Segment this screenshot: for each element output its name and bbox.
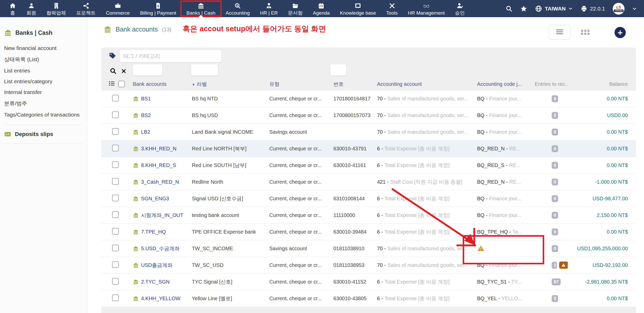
nav-item-projects[interactable]: 프로젝트 <box>71 0 101 17</box>
row-checkbox[interactable] <box>112 161 119 168</box>
column-header-label: Entries to rec... <box>535 81 568 87</box>
nav-item-home[interactable]: 홈 <box>4 0 21 17</box>
nav-item-agenda[interactable]: Agenda <box>308 0 335 17</box>
search-filter-icon[interactable] <box>110 67 117 76</box>
column-header-7[interactable]: Entries to rec... <box>535 81 568 87</box>
row-checkbox[interactable] <box>112 261 119 268</box>
nav-item-knowledge[interactable]: Knowledge base <box>335 0 381 17</box>
accounting-code: BQ - <box>477 212 488 218</box>
clear-filter-icon[interactable] <box>121 68 127 75</box>
bank-account-link[interactable]: 4.KHH_YELLOW <box>133 296 192 301</box>
column-header-2[interactable]: ▼라벨 <box>192 81 269 88</box>
nav-item-approval[interactable]: 승인 <box>450 0 470 17</box>
sidebar-item-6[interactable]: 분류/범주 <box>4 98 83 109</box>
sidebar-divider <box>4 125 83 125</box>
bank-account-name: 4.KHH_YELLOW <box>141 296 180 301</box>
nav-item-accounting[interactable]: $Accounting <box>221 0 255 17</box>
page-title[interactable]: Bank accounts <box>116 26 158 33</box>
bank-account-link[interactable]: BS1 <box>133 96 192 102</box>
sidebar-item-5[interactable]: Internal transfer <box>4 87 83 98</box>
printer-icon <box>580 5 588 12</box>
bank-account-link[interactable]: 7.TPE_HQ <box>133 229 192 235</box>
row-checkbox[interactable] <box>112 228 119 235</box>
row-checkbox[interactable] <box>112 278 119 285</box>
account-number: 630010-41161 <box>333 162 377 168</box>
topnav-items: 홈회원협력업체프로젝트Commerce$Billing | PaymentBan… <box>4 0 470 17</box>
select-all-checkbox[interactable] <box>118 81 125 87</box>
table-row: 5.USD_수금계좌TW_SC_INCOMESavings account018… <box>101 240 636 257</box>
filter-bank-accounts-input[interactable] <box>133 64 162 76</box>
account-label: Red Line NORTH [북부] <box>192 145 269 152</box>
entries-count-badge: 0 <box>552 112 558 119</box>
sidebar-item-2[interactable]: 상태목록 (List) <box>4 54 83 65</box>
grid-view-button[interactable] <box>580 28 591 38</box>
bank-account-link[interactable]: 2.TYC_SGN <box>133 279 192 285</box>
account-type: Current, cheque or cr... <box>269 146 333 152</box>
bank-account-link[interactable]: 3_Cash_RED_N <box>133 179 192 185</box>
sidebar-item-7[interactable]: Tags/Categories of transactions <box>4 109 83 120</box>
column-header-1[interactable]: Bank accounts <box>133 81 192 87</box>
accounting-code-cell: BQ -Finance jour... <box>477 96 535 102</box>
region-selector[interactable]: TAIWAN <box>535 5 572 12</box>
column-header-6[interactable]: Accounting code j... <box>477 81 535 87</box>
row-checkbox[interactable] <box>112 245 119 251</box>
nav-item-billing[interactable]: $Billing | Payment <box>135 0 181 17</box>
user-menu-chevron-icon[interactable] <box>632 6 637 11</box>
nav-item-members[interactable]: 회원 <box>21 0 41 17</box>
accounting-code-cell: BQ -Finance jour... <box>477 212 535 218</box>
bank-icon <box>133 96 139 102</box>
balance-value: 0.00 NT$ <box>568 162 636 168</box>
entries-cell: 0 <box>535 129 568 135</box>
row-checkbox[interactable] <box>112 111 119 118</box>
row-checkbox[interactable] <box>112 128 119 135</box>
column-header-3[interactable]: 유형 <box>269 81 333 88</box>
bank-account-name: 8.KHH_RED_S <box>141 162 176 168</box>
sidebar-item-4[interactable]: List entries/category <box>4 76 83 87</box>
row-checkbox[interactable] <box>112 178 119 185</box>
nav-item-glasses[interactable]: HR Management <box>403 0 450 17</box>
row-checkbox[interactable] <box>112 211 119 218</box>
row-checkbox[interactable] <box>112 145 119 151</box>
nav-item-hr[interactable]: HR | ER <box>255 0 283 17</box>
account-type: Current, cheque or cr... <box>269 196 333 202</box>
nav-item-thirdparties[interactable]: 협력업체 <box>41 0 71 17</box>
column-header-5[interactable]: Accounting account <box>377 81 477 87</box>
bank-account-link[interactable]: 8.KHH_RED_S <box>133 162 192 168</box>
row-checkbox[interactable] <box>112 95 119 101</box>
sidebar-item-deposits-slips[interactable]: $ Deposits slips <box>4 130 83 139</box>
nav-item-bank[interactable]: Banks | Cash <box>181 0 221 17</box>
tag-category-filter-input[interactable] <box>120 50 221 62</box>
sidebar-item-3[interactable]: List entries <box>4 65 83 76</box>
bookmark-star-icon[interactable] <box>520 5 527 12</box>
bank-icon <box>133 212 139 218</box>
filter-label-input[interactable] <box>191 64 218 76</box>
bank-account-link[interactable]: 5.USD_수금계좌 <box>133 245 192 252</box>
bank-account-link[interactable]: 시험계좌_IN_OUT <box>133 212 192 219</box>
search-icon[interactable] <box>506 5 512 12</box>
bank-account-link[interactable]: SGN_ENG3 <box>133 196 192 202</box>
bank-account-name: LB2 <box>141 129 150 135</box>
bank-account-link[interactable]: USD출금계좌 <box>133 262 192 269</box>
nav-item-documents[interactable]: 문서함 <box>283 0 308 17</box>
accounting-code-cell: BQ_RED_N -RE... <box>477 179 535 185</box>
nav-item-tools[interactable]: Tools <box>381 0 403 17</box>
user-avatar[interactable]: LS TAIWAN <box>613 3 625 15</box>
column-header-4[interactable]: 번호 <box>333 81 377 88</box>
new-account-button[interactable]: + <box>615 27 626 38</box>
filter-number-input[interactable] <box>330 64 346 76</box>
entries-count-badge: 2 <box>552 262 557 269</box>
row-checkbox[interactable] <box>112 295 119 301</box>
list-icon[interactable] <box>108 80 115 88</box>
nav-item-commerce[interactable]: Commerce <box>101 0 135 17</box>
sidebar-item-1[interactable]: New financial account <box>4 43 83 54</box>
bank-account-link[interactable]: LB2 <box>133 129 192 135</box>
nav-item-label: 회원 <box>26 11 36 15</box>
bank-account-link[interactable]: BS2 <box>133 112 192 118</box>
bank-icon <box>133 179 139 185</box>
bank-account-link[interactable]: 3.KHH_RED_N <box>133 146 192 152</box>
accounting-code-cell: BQ -Finance jour... <box>477 262 535 268</box>
column-header-8[interactable]: Balance <box>568 81 636 87</box>
row-checkbox[interactable] <box>112 195 119 201</box>
print-version[interactable]: 22.0.1 <box>580 5 605 12</box>
list-view-button[interactable] <box>549 25 570 40</box>
